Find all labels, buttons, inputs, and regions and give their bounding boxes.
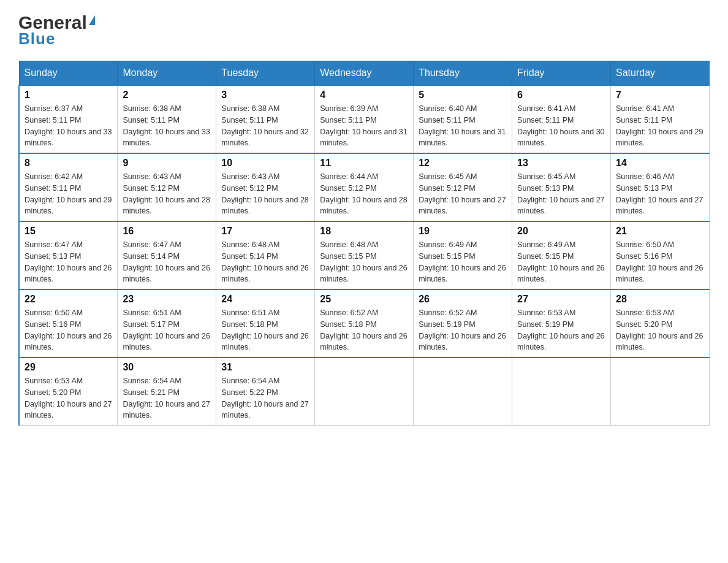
calendar-cell: 2 Sunrise: 6:38 AM Sunset: 5:11 PM Dayli… [118,85,216,153]
week-row-1: 1 Sunrise: 6:37 AM Sunset: 5:11 PM Dayli… [19,85,710,153]
daylight-label: Daylight: 10 hours and 26 minutes. [123,332,210,352]
day-info: Sunrise: 6:42 AM Sunset: 5:11 PM Dayligh… [25,171,112,217]
day-number: 18 [320,226,408,237]
sunrise-label: Sunrise: 6:54 AM [221,377,279,385]
sunset-label: Sunset: 5:22 PM [221,388,278,397]
calendar-cell: 10 Sunrise: 6:43 AM Sunset: 5:12 PM Dayl… [216,153,315,221]
sunrise-label: Sunrise: 6:50 AM [25,308,83,317]
calendar-cell: 4 Sunrise: 6:39 AM Sunset: 5:11 PM Dayli… [315,85,414,153]
sunrise-label: Sunrise: 6:52 AM [320,308,378,317]
sunrise-label: Sunrise: 6:43 AM [123,172,181,181]
calendar-cell: 26 Sunrise: 6:52 AM Sunset: 5:19 PM Dayl… [414,289,512,358]
calendar-cell [611,358,710,426]
day-number: 22 [25,294,112,305]
sunrise-label: Sunrise: 6:44 AM [320,172,378,181]
daylight-label: Daylight: 10 hours and 27 minutes. [419,196,506,216]
calendar-table: SundayMondayTuesdayWednesdayThursdayFrid… [18,61,710,426]
daylight-label: Daylight: 10 hours and 28 minutes. [123,196,210,216]
sunset-label: Sunset: 5:16 PM [25,320,81,329]
sunset-label: Sunset: 5:14 PM [123,252,179,261]
sunrise-label: Sunrise: 6:40 AM [419,104,477,113]
day-info: Sunrise: 6:53 AM Sunset: 5:20 PM Dayligh… [616,307,704,353]
daylight-label: Daylight: 10 hours and 32 minutes. [221,128,308,148]
sunrise-label: Sunrise: 6:50 AM [616,240,674,249]
daylight-label: Daylight: 10 hours and 26 minutes. [25,332,112,352]
daylight-label: Daylight: 10 hours and 29 minutes. [616,128,703,148]
day-number: 28 [616,294,704,305]
day-number: 11 [320,158,408,169]
sunrise-label: Sunrise: 6:45 AM [419,172,477,181]
daylight-label: Daylight: 10 hours and 31 minutes. [419,128,506,148]
sunrise-label: Sunrise: 6:52 AM [419,308,477,317]
day-number: 1 [25,90,112,101]
calendar-cell: 8 Sunrise: 6:42 AM Sunset: 5:11 PM Dayli… [19,153,118,221]
week-row-4: 22 Sunrise: 6:50 AM Sunset: 5:16 PM Dayl… [19,289,710,358]
calendar-cell: 16 Sunrise: 6:47 AM Sunset: 5:14 PM Dayl… [118,221,216,289]
sunset-label: Sunset: 5:19 PM [419,320,475,329]
day-number: 17 [221,226,309,237]
sunrise-label: Sunrise: 6:51 AM [221,308,279,317]
daylight-label: Daylight: 10 hours and 26 minutes. [123,264,210,284]
daylight-label: Daylight: 10 hours and 33 minutes. [25,128,112,148]
sunset-label: Sunset: 5:15 PM [320,252,376,261]
day-info: Sunrise: 6:53 AM Sunset: 5:19 PM Dayligh… [517,307,605,353]
sunrise-label: Sunrise: 6:38 AM [123,104,181,113]
day-number: 25 [320,294,408,305]
calendar-cell: 29 Sunrise: 6:53 AM Sunset: 5:20 PM Dayl… [19,358,118,426]
sunset-label: Sunset: 5:11 PM [419,116,475,124]
day-info: Sunrise: 6:54 AM Sunset: 5:21 PM Dayligh… [123,375,211,421]
day-number: 3 [221,90,309,101]
sunset-label: Sunset: 5:11 PM [123,116,179,124]
day-number: 2 [123,90,211,101]
calendar-cell [512,358,611,426]
day-number: 31 [221,362,309,373]
day-info: Sunrise: 6:46 AM Sunset: 5:13 PM Dayligh… [616,171,704,217]
header-wednesday: Wednesday [315,61,414,86]
calendar-cell: 7 Sunrise: 6:41 AM Sunset: 5:11 PM Dayli… [611,85,710,153]
day-info: Sunrise: 6:43 AM Sunset: 5:12 PM Dayligh… [221,171,309,217]
daylight-label: Daylight: 10 hours and 27 minutes. [123,400,210,420]
sunrise-label: Sunrise: 6:53 AM [517,308,575,317]
calendar-cell [315,358,414,426]
day-info: Sunrise: 6:49 AM Sunset: 5:15 PM Dayligh… [419,239,507,285]
header-friday: Friday [512,61,611,86]
day-number: 5 [419,90,507,101]
sunrise-label: Sunrise: 6:51 AM [123,308,181,317]
day-info: Sunrise: 6:38 AM Sunset: 5:11 PM Dayligh… [123,103,211,149]
day-info: Sunrise: 6:51 AM Sunset: 5:18 PM Dayligh… [221,307,309,353]
day-number: 23 [123,294,211,305]
sunrise-label: Sunrise: 6:41 AM [616,104,674,113]
sunrise-label: Sunrise: 6:46 AM [616,172,674,181]
day-number: 8 [25,158,112,169]
day-info: Sunrise: 6:39 AM Sunset: 5:11 PM Dayligh… [320,103,408,149]
calendar-cell: 25 Sunrise: 6:52 AM Sunset: 5:18 PM Dayl… [315,289,414,358]
daylight-label: Daylight: 10 hours and 26 minutes. [419,332,506,352]
sunset-label: Sunset: 5:13 PM [25,252,81,261]
sunset-label: Sunset: 5:11 PM [517,116,574,124]
calendar-cell: 13 Sunrise: 6:45 AM Sunset: 5:13 PM Dayl… [512,153,611,221]
calendar-cell: 3 Sunrise: 6:38 AM Sunset: 5:11 PM Dayli… [216,85,315,153]
sunset-label: Sunset: 5:19 PM [517,320,574,329]
calendar-cell: 1 Sunrise: 6:37 AM Sunset: 5:11 PM Dayli… [19,85,118,153]
day-info: Sunrise: 6:38 AM Sunset: 5:11 PM Dayligh… [221,103,309,149]
day-info: Sunrise: 6:54 AM Sunset: 5:22 PM Dayligh… [221,375,309,421]
calendar-cell: 18 Sunrise: 6:48 AM Sunset: 5:15 PM Dayl… [315,221,414,289]
header-sunday: Sunday [19,61,118,86]
header-saturday: Saturday [611,61,710,86]
day-number: 16 [123,226,211,237]
sunrise-label: Sunrise: 6:48 AM [221,240,279,249]
day-info: Sunrise: 6:37 AM Sunset: 5:11 PM Dayligh… [25,103,112,149]
day-number: 19 [419,226,507,237]
daylight-label: Daylight: 10 hours and 29 minutes. [25,196,112,216]
sunset-label: Sunset: 5:15 PM [517,252,574,261]
calendar-cell: 24 Sunrise: 6:51 AM Sunset: 5:18 PM Dayl… [216,289,315,358]
sunset-label: Sunset: 5:12 PM [419,184,475,193]
day-info: Sunrise: 6:48 AM Sunset: 5:14 PM Dayligh… [221,239,309,285]
sunset-label: Sunset: 5:17 PM [123,320,179,329]
day-number: 4 [320,90,408,101]
calendar-cell: 14 Sunrise: 6:46 AM Sunset: 5:13 PM Dayl… [611,153,710,221]
sunrise-label: Sunrise: 6:41 AM [517,104,575,113]
calendar-cell: 23 Sunrise: 6:51 AM Sunset: 5:17 PM Dayl… [118,289,216,358]
calendar-cell: 31 Sunrise: 6:54 AM Sunset: 5:22 PM Dayl… [216,358,315,426]
day-info: Sunrise: 6:45 AM Sunset: 5:13 PM Dayligh… [517,171,605,217]
